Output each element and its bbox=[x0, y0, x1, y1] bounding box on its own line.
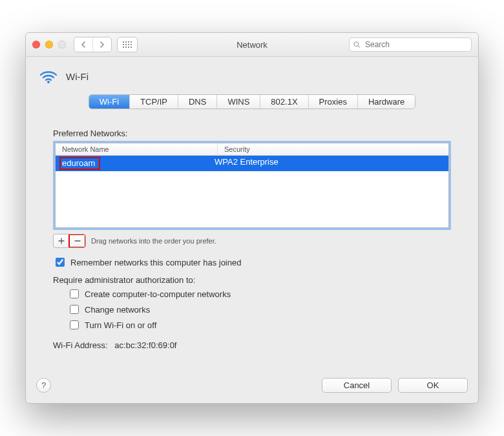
zoom-window-button[interactable] bbox=[58, 41, 66, 48]
require-admin-label: Require administrator authorization to: bbox=[53, 275, 451, 285]
column-security[interactable]: Security bbox=[217, 143, 448, 155]
tab-bar: Wi-Fi TCP/IP DNS WINS 802.1X Proxies Har… bbox=[89, 94, 416, 109]
tab-dns[interactable]: DNS bbox=[178, 95, 217, 109]
dialog-footer: ? Cancel OK bbox=[26, 373, 478, 403]
back-button[interactable] bbox=[74, 37, 92, 52]
admin-change-networks-checkbox[interactable] bbox=[70, 305, 79, 314]
chevron-left-icon bbox=[81, 41, 86, 48]
tab-wins[interactable]: WINS bbox=[217, 95, 260, 109]
admin-create-adhoc-row[interactable]: Create computer-to-computer networks bbox=[67, 287, 451, 300]
show-all-button[interactable] bbox=[117, 37, 138, 52]
network-name-cell: eduroam bbox=[59, 157, 100, 170]
close-window-button[interactable] bbox=[32, 41, 40, 48]
tab-proxies[interactable]: Proxies bbox=[309, 95, 358, 109]
tab-tcpip[interactable]: TCP/IP bbox=[130, 95, 178, 109]
pane-header: Wi-Fi bbox=[39, 68, 465, 84]
admin-change-networks-row[interactable]: Change networks bbox=[67, 303, 451, 316]
tab-hardware[interactable]: Hardware bbox=[358, 95, 415, 109]
admin-create-adhoc-label: Create computer-to-computer networks bbox=[85, 289, 231, 299]
admin-toggle-wifi-checkbox[interactable] bbox=[70, 320, 79, 329]
tab-8021x[interactable]: 802.1X bbox=[260, 95, 308, 109]
tab-wifi[interactable]: Wi-Fi bbox=[89, 95, 130, 109]
help-button[interactable]: ? bbox=[36, 378, 51, 393]
add-remove-group bbox=[53, 234, 86, 248]
svg-point-2 bbox=[47, 81, 50, 83]
network-preferences-window: Network Wi-Fi Wi-Fi TCP/IP DNS WI bbox=[25, 32, 479, 404]
admin-create-adhoc-checkbox[interactable] bbox=[70, 289, 79, 298]
search-icon bbox=[353, 41, 361, 48]
pane-title: Wi-Fi bbox=[66, 71, 89, 82]
traffic-lights bbox=[32, 41, 66, 48]
wifi-address-label: Wi-Fi Address: bbox=[53, 340, 108, 350]
minus-icon bbox=[74, 238, 81, 244]
preferred-networks-label: Preferred Networks: bbox=[53, 129, 451, 138]
admin-change-networks-label: Change networks bbox=[85, 305, 150, 315]
grid-icon bbox=[123, 41, 132, 48]
network-security-cell: WPA2 Enterprise bbox=[208, 156, 448, 171]
network-row[interactable]: eduroam WPA2 Enterprise bbox=[56, 156, 448, 171]
plus-icon bbox=[58, 238, 65, 244]
forward-button[interactable] bbox=[92, 37, 111, 52]
nav-back-forward bbox=[74, 37, 112, 52]
wifi-address-row: Wi-Fi Address: ac:bc:32:f0:69:0f bbox=[53, 340, 451, 350]
titlebar: Network bbox=[26, 33, 478, 57]
svg-line-1 bbox=[358, 46, 360, 48]
wifi-address-value: ac:bc:32:f0:69:0f bbox=[114, 340, 176, 350]
wifi-icon bbox=[39, 68, 58, 84]
chevron-right-icon bbox=[100, 41, 105, 48]
minimize-window-button[interactable] bbox=[45, 41, 53, 48]
admin-toggle-wifi-label: Turn Wi-Fi on or off bbox=[85, 320, 156, 330]
search-input[interactable] bbox=[349, 37, 472, 52]
list-header: Network Name Security bbox=[56, 143, 448, 156]
preferred-networks-list[interactable]: Network Name Security eduroam WPA2 Enter… bbox=[53, 141, 451, 230]
add-network-button[interactable] bbox=[54, 234, 69, 247]
admin-toggle-wifi-row[interactable]: Turn Wi-Fi on or off bbox=[67, 318, 451, 331]
remember-networks-checkbox[interactable] bbox=[56, 258, 65, 267]
remove-network-button[interactable] bbox=[69, 234, 85, 247]
remember-networks-label: Remember networks this computer has join… bbox=[70, 258, 241, 267]
ok-button[interactable]: OK bbox=[398, 378, 468, 393]
list-empty-area bbox=[56, 171, 448, 227]
drag-hint: Drag networks into the order you prefer. bbox=[91, 237, 216, 245]
column-network-name[interactable]: Network Name bbox=[56, 143, 217, 155]
remember-networks-row[interactable]: Remember networks this computer has join… bbox=[53, 256, 451, 269]
cancel-button[interactable]: Cancel bbox=[322, 378, 392, 393]
